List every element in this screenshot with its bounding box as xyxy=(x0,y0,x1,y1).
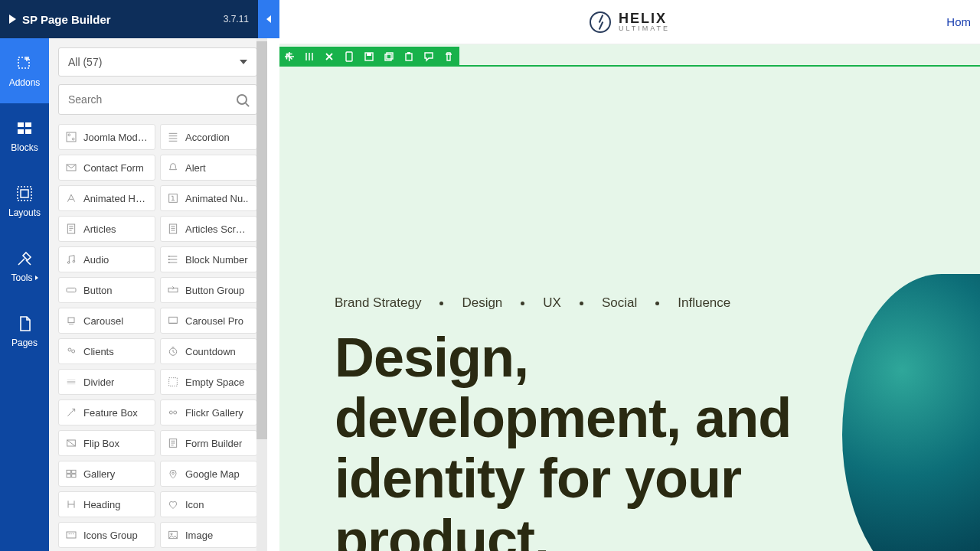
addon-item[interactable]: Divider xyxy=(58,369,155,395)
image-icon xyxy=(167,529,179,541)
columns-button[interactable] xyxy=(299,47,319,67)
nav-tools-label: Tools xyxy=(11,272,38,283)
nav-blocks[interactable]: Blocks xyxy=(0,103,49,168)
svg-rect-37 xyxy=(72,474,76,478)
addon-item[interactable]: Countdown xyxy=(160,338,257,364)
move-button[interactable] xyxy=(279,47,299,67)
addon-item[interactable]: Gallery xyxy=(58,461,155,487)
addon-item[interactable]: Google Map xyxy=(160,461,257,487)
menu-home[interactable]: Hom xyxy=(946,15,971,28)
divider-icon xyxy=(65,376,77,388)
addon-item[interactable]: Flickr Gallery xyxy=(160,399,257,425)
trash-button[interactable] xyxy=(439,47,459,67)
addon-item[interactable]: Accordion xyxy=(160,124,257,150)
svg-rect-25 xyxy=(169,317,178,323)
hero-tag: Design xyxy=(462,295,502,311)
addon-item[interactable]: Clients xyxy=(58,338,155,364)
addon-item[interactable]: Image xyxy=(160,522,257,548)
addon-item[interactable]: Block Number xyxy=(160,246,257,272)
addons-icon xyxy=(15,54,34,73)
addon-label: Accordion xyxy=(185,132,230,143)
svg-rect-12 xyxy=(67,224,74,233)
app-logo-icon xyxy=(9,15,16,24)
nav-layouts[interactable]: Layouts xyxy=(0,168,49,233)
empty-space-icon xyxy=(167,376,179,388)
columns-icon xyxy=(304,51,315,62)
svg-point-18 xyxy=(168,262,170,263)
addon-item[interactable]: Articles xyxy=(58,216,155,242)
nav-layouts-label: Layouts xyxy=(8,207,41,218)
heart-icon xyxy=(167,498,179,510)
addon-item[interactable]: Carousel xyxy=(58,308,155,334)
addon-label: Icons Group xyxy=(83,530,138,541)
number-icon xyxy=(167,192,179,204)
nav-pages-label: Pages xyxy=(11,337,38,348)
panel-collapse-button[interactable] xyxy=(258,0,279,38)
icons-group-icon xyxy=(65,529,77,541)
svg-rect-48 xyxy=(407,52,410,54)
addon-label: Google Map xyxy=(185,468,240,480)
addon-item[interactable]: Flip Box xyxy=(58,430,155,456)
addon-item[interactable]: Button xyxy=(58,277,155,303)
addon-label: Block Number xyxy=(185,254,248,266)
site-logo[interactable]: HELIX ULTIMATE xyxy=(590,11,670,33)
search-input[interactable] xyxy=(68,93,237,106)
svg-point-22 xyxy=(69,324,70,324)
addon-item[interactable]: Form Builder xyxy=(160,430,257,456)
svg-rect-47 xyxy=(406,54,412,60)
addon-item[interactable]: Joomla Module xyxy=(58,124,155,150)
addon-label: Carousel Pro xyxy=(185,315,243,327)
nav-addons-label: Addons xyxy=(9,77,41,88)
save-button[interactable] xyxy=(359,47,379,67)
addon-item[interactable]: Empty Space xyxy=(160,369,257,395)
addons-grid: Joomla ModuleAccordionContact FormAlertA… xyxy=(58,124,257,548)
comment-button[interactable] xyxy=(419,47,439,67)
addon-label: Empty Space xyxy=(185,377,244,388)
text-icon xyxy=(65,192,77,204)
tablet-button[interactable] xyxy=(339,47,359,67)
section-highlight xyxy=(279,65,980,67)
addon-item[interactable]: Button Group xyxy=(160,277,257,303)
addon-item[interactable]: Animated Hea.. xyxy=(58,185,155,211)
addon-item[interactable]: Feature Box xyxy=(58,399,155,425)
svg-rect-29 xyxy=(169,378,178,386)
map-pin-icon xyxy=(167,468,179,480)
hero-heading: Design, development, and identity for yo… xyxy=(335,328,886,551)
bell-icon xyxy=(167,161,179,174)
copy-button[interactable] xyxy=(379,47,399,67)
addon-label: Animated Nu.. xyxy=(185,193,248,204)
tag-separator xyxy=(655,302,659,305)
brand-sub: ULTIMATE xyxy=(619,25,670,32)
form-icon xyxy=(167,437,179,449)
addon-item[interactable]: Icon xyxy=(160,491,257,517)
addons-filter-dropdown[interactable]: All (57) xyxy=(58,47,257,77)
trash-icon xyxy=(443,51,454,62)
addon-item[interactable]: Contact Form xyxy=(58,155,155,181)
preview-canvas[interactable]: Brand StrategyDesignUXSocialInfluence De… xyxy=(279,44,980,551)
sidebar-nav: Addons Blocks Layouts Tools Pages xyxy=(0,38,49,551)
addon-item[interactable]: Heading xyxy=(58,491,155,517)
svg-rect-34 xyxy=(67,470,70,473)
nav-tools[interactable]: Tools xyxy=(0,233,49,298)
brand-name: HELIX xyxy=(619,11,667,26)
addon-item[interactable]: Audio xyxy=(58,246,155,272)
close-button[interactable] xyxy=(319,47,339,67)
tag-separator xyxy=(521,302,524,305)
paste-button[interactable] xyxy=(399,47,419,67)
block-number-icon xyxy=(167,253,179,266)
addon-item[interactable]: Carousel Pro xyxy=(160,308,257,334)
addons-search[interactable] xyxy=(58,84,257,115)
nav-addons[interactable]: Addons xyxy=(0,38,49,103)
addon-item[interactable]: Animated Nu.. xyxy=(160,185,257,211)
addon-label: Articles Scroller xyxy=(185,223,250,235)
nav-pages[interactable]: Pages xyxy=(0,298,49,364)
svg-point-23 xyxy=(70,324,71,324)
carousel-pro-icon xyxy=(167,315,179,327)
addon-item[interactable]: Alert xyxy=(160,155,257,181)
panel-scroll-thumb[interactable] xyxy=(256,41,267,439)
comment-icon xyxy=(423,51,434,62)
addon-item[interactable]: Icons Group xyxy=(58,522,155,548)
svg-point-26 xyxy=(68,348,71,351)
svg-point-24 xyxy=(72,324,73,324)
addon-item[interactable]: Articles Scroller xyxy=(160,216,257,242)
